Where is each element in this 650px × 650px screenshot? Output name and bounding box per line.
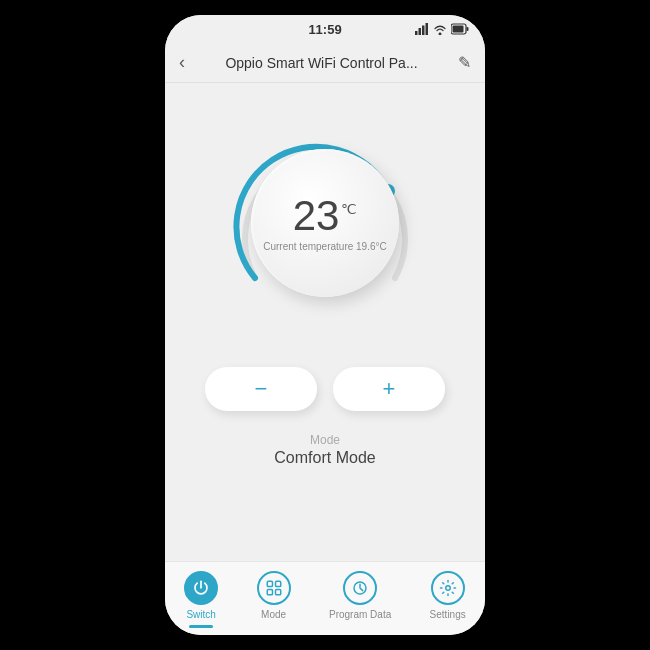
grid-icon bbox=[265, 579, 283, 597]
status-time: 11:59 bbox=[308, 22, 341, 37]
svg-rect-9 bbox=[267, 590, 272, 595]
svg-rect-8 bbox=[275, 581, 280, 586]
wifi-icon bbox=[433, 23, 447, 35]
thermostat-inner: 23 ℃ Current temperature 19.6°C bbox=[251, 149, 399, 297]
signal-icon bbox=[415, 23, 429, 35]
temp-unit: ℃ bbox=[341, 201, 357, 217]
svg-rect-5 bbox=[453, 26, 464, 33]
svg-rect-0 bbox=[415, 31, 418, 35]
battery-icon bbox=[451, 23, 469, 35]
edit-button[interactable]: ✎ bbox=[458, 53, 471, 72]
controls-row: − + bbox=[205, 367, 445, 411]
nav-label-program: Program Data bbox=[329, 609, 391, 620]
svg-rect-3 bbox=[426, 23, 429, 35]
increase-button[interactable]: + bbox=[333, 367, 445, 411]
current-temp-label: Current temperature 19.6°C bbox=[263, 241, 387, 252]
clock-icon bbox=[351, 579, 369, 597]
svg-rect-1 bbox=[419, 28, 422, 35]
program-icon-circle bbox=[343, 571, 377, 605]
switch-icon-circle bbox=[184, 571, 218, 605]
mode-icon-circle bbox=[257, 571, 291, 605]
power-icon bbox=[192, 579, 210, 597]
nav-item-program[interactable]: Program Data bbox=[319, 565, 401, 626]
back-button[interactable]: ‹ bbox=[179, 52, 185, 73]
decrease-button[interactable]: − bbox=[205, 367, 317, 411]
nav-item-switch[interactable]: Switch bbox=[174, 565, 228, 626]
svg-rect-7 bbox=[267, 581, 272, 586]
settings-icon-circle bbox=[431, 571, 465, 605]
gear-icon bbox=[439, 579, 457, 597]
main-content: 23 ℃ Current temperature 19.6°C − + Mode… bbox=[165, 83, 485, 561]
nav-label-mode: Mode bbox=[261, 609, 286, 620]
mode-value: Comfort Mode bbox=[274, 449, 375, 467]
set-temperature: 23 bbox=[293, 195, 340, 237]
increase-icon: + bbox=[383, 376, 396, 402]
svg-rect-2 bbox=[422, 26, 425, 36]
mode-label: Mode bbox=[274, 433, 375, 447]
nav-label-settings: Settings bbox=[430, 609, 466, 620]
nav-underline-switch bbox=[189, 625, 213, 628]
nav-label-switch: Switch bbox=[186, 609, 215, 620]
svg-point-12 bbox=[445, 586, 450, 591]
mode-section: Mode Comfort Mode bbox=[274, 433, 375, 467]
header: ‹ Oppio Smart WiFi Control Pa... ✎ bbox=[165, 43, 485, 83]
svg-rect-6 bbox=[467, 27, 469, 31]
bottom-nav: Switch Mode Program bbox=[165, 561, 485, 635]
thermostat-dial[interactable]: 23 ℃ Current temperature 19.6°C bbox=[225, 123, 425, 323]
nav-item-settings[interactable]: Settings bbox=[420, 565, 476, 626]
page-title: Oppio Smart WiFi Control Pa... bbox=[193, 55, 450, 71]
temp-display: 23 ℃ bbox=[293, 195, 358, 237]
status-bar: 11:59 bbox=[165, 15, 485, 43]
svg-rect-10 bbox=[275, 590, 280, 595]
status-icons bbox=[415, 23, 469, 35]
decrease-icon: − bbox=[255, 376, 268, 402]
phone-frame: 11:59 ‹ Oppio Smart bbox=[165, 15, 485, 635]
nav-item-mode[interactable]: Mode bbox=[247, 565, 301, 626]
